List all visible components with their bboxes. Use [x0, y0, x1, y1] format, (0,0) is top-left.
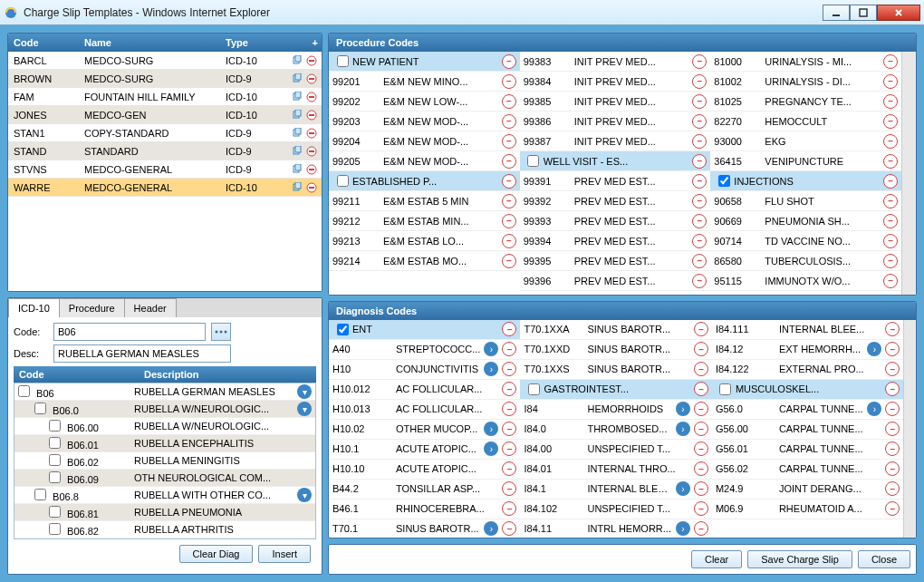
- remove-icon[interactable]: –: [502, 214, 516, 228]
- code-row[interactable]: 93000EKG–: [710, 131, 901, 151]
- code-row[interactable]: T70.1XXASINUS BAROTR...–: [520, 320, 711, 340]
- remove-icon[interactable]: –: [692, 194, 707, 209]
- remove-icon[interactable]: –: [502, 362, 516, 376]
- remove-icon[interactable]: –: [694, 501, 708, 516]
- tab-header[interactable]: Header: [124, 298, 177, 317]
- code-row[interactable]: 86580TUBERCULOSIS...–: [710, 251, 901, 271]
- remove-icon[interactable]: –: [694, 362, 708, 376]
- code-row[interactable]: 99387INIT PREV MED...–: [520, 131, 711, 151]
- tree-checkbox[interactable]: [18, 385, 30, 397]
- remove-icon[interactable]: –: [502, 174, 516, 189]
- code-row[interactable]: H10CONJUNCTIVITIS›–: [329, 360, 520, 380]
- code-row[interactable]: 99384INIT PREV MED...–: [520, 72, 711, 92]
- group-checkbox[interactable]: [337, 175, 349, 187]
- close-button[interactable]: Close: [858, 550, 910, 568]
- copy-icon[interactable]: [291, 145, 303, 158]
- remove-icon[interactable]: –: [694, 402, 708, 416]
- tree-checkbox[interactable]: [49, 454, 61, 466]
- code-row[interactable]: I84.102UNSPECIFIED T...–: [520, 500, 711, 519]
- group-checkbox[interactable]: [719, 383, 731, 395]
- code-row[interactable]: 99391PREV MED EST...–: [520, 171, 711, 191]
- chevron-down-icon[interactable]: ▾: [297, 402, 312, 416]
- tree-checkbox[interactable]: [49, 471, 61, 483]
- remove-icon[interactable]: –: [692, 254, 707, 268]
- remove-icon[interactable]: –: [883, 174, 898, 189]
- remove-icon[interactable]: –: [694, 422, 708, 436]
- template-row[interactable]: BARCLMEDCO-SURGICD-10: [8, 52, 322, 70]
- tab-procedure[interactable]: Procedure: [59, 298, 125, 317]
- remove-icon[interactable]: –: [692, 94, 707, 109]
- remove-icon[interactable]: –: [694, 382, 708, 396]
- code-row[interactable]: 81025PREGNANCY TE...–: [710, 92, 901, 112]
- tree-row[interactable]: B06.81RUBELLA PNEUMONIA: [14, 504, 315, 521]
- code-row[interactable]: I84.1INTERNAL BLEE...›–: [520, 480, 711, 500]
- delete-icon[interactable]: [305, 145, 318, 158]
- remove-icon[interactable]: –: [502, 254, 516, 268]
- code-row[interactable]: 99203E&M NEW MOD-...–: [329, 112, 520, 131]
- tree-row[interactable]: B06.09OTH NEUROLOGICAL COM...: [14, 470, 315, 487]
- remove-icon[interactable]: –: [502, 194, 516, 209]
- remove-icon[interactable]: –: [502, 134, 516, 149]
- code-row[interactable]: I84.111INTERNAL BLEE...–: [712, 320, 903, 340]
- remove-icon[interactable]: –: [885, 342, 900, 356]
- code-row[interactable]: H10.10ACUTE ATOPIC...–: [329, 460, 520, 480]
- code-row[interactable]: 90669PNEUMONIA SH...–: [710, 211, 901, 231]
- remove-icon[interactable]: –: [502, 402, 516, 416]
- tree-checkbox[interactable]: [49, 506, 61, 518]
- copy-icon[interactable]: [291, 127, 303, 140]
- copy-icon[interactable]: [291, 54, 303, 67]
- code-row[interactable]: I84HEMORRHOIDS›–: [520, 400, 711, 420]
- code-row[interactable]: I84.01INTERNAL THRO...–: [520, 460, 711, 480]
- expand-icon[interactable]: ›: [676, 402, 690, 416]
- remove-icon[interactable]: –: [692, 274, 707, 288]
- code-row[interactable]: 99383INIT PREV MED...–: [520, 52, 711, 72]
- template-row[interactable]: FAMFOUNTAIN HILL FAMILYICD-10: [8, 88, 322, 106]
- expand-icon[interactable]: ›: [484, 362, 498, 376]
- diagnosis-scrollbar[interactable]: [903, 320, 916, 538]
- expand-icon[interactable]: ›: [676, 481, 690, 496]
- code-row[interactable]: 99202E&M NEW LOW-...–: [329, 92, 520, 112]
- code-row[interactable]: G56.02CARPAL TUNNE...–: [712, 460, 903, 480]
- code-lookup-button[interactable]: [211, 323, 231, 341]
- close-window-button[interactable]: [877, 5, 920, 21]
- code-row[interactable]: M06.9RHEUMATOID A...–: [712, 500, 903, 519]
- tree-checkbox[interactable]: [49, 523, 61, 535]
- remove-icon[interactable]: –: [885, 362, 900, 376]
- code-row[interactable]: B46.1RHINOCEREBRA...–: [329, 500, 520, 519]
- expand-icon[interactable]: ›: [484, 521, 498, 536]
- code-row[interactable]: 82270HEMOCCULT–: [710, 112, 901, 131]
- remove-icon[interactable]: –: [883, 154, 898, 169]
- remove-icon[interactable]: –: [885, 461, 900, 476]
- remove-icon[interactable]: –: [502, 342, 516, 356]
- remove-icon[interactable]: –: [885, 441, 900, 456]
- remove-icon[interactable]: –: [885, 501, 900, 516]
- remove-icon[interactable]: –: [502, 114, 516, 129]
- remove-icon[interactable]: –: [883, 134, 898, 149]
- group-header-row[interactable]: ESTABLISHED P...–: [329, 171, 520, 191]
- code-row[interactable]: 99205E&M NEW MOD-...–: [329, 151, 520, 171]
- desc-input[interactable]: [53, 344, 231, 363]
- code-row[interactable]: G56.0CARPAL TUNNE...›–: [712, 400, 903, 420]
- tab-icd-10[interactable]: ICD-10: [8, 298, 60, 317]
- insert-button[interactable]: Insert: [258, 545, 311, 563]
- remove-icon[interactable]: –: [694, 461, 708, 476]
- remove-icon[interactable]: –: [692, 114, 707, 129]
- remove-icon[interactable]: –: [502, 54, 516, 69]
- remove-icon[interactable]: –: [692, 54, 707, 69]
- delete-icon[interactable]: [305, 127, 318, 140]
- remove-icon[interactable]: –: [694, 441, 708, 456]
- remove-icon[interactable]: –: [883, 94, 898, 109]
- expand-icon[interactable]: ›: [484, 342, 498, 356]
- remove-icon[interactable]: –: [885, 382, 900, 396]
- tree-row[interactable]: B06.82RUBELLA ARTHRITIS: [14, 521, 315, 538]
- remove-icon[interactable]: –: [692, 234, 707, 248]
- code-row[interactable]: G56.00CARPAL TUNNE...–: [712, 420, 903, 440]
- tree-checkbox[interactable]: [49, 420, 61, 432]
- copy-icon[interactable]: [291, 91, 303, 103]
- tree-checkbox[interactable]: [49, 437, 61, 449]
- code-row[interactable]: T70.1XXSSINUS BAROTR...–: [520, 360, 711, 380]
- tree-checkbox[interactable]: [34, 489, 46, 500]
- remove-icon[interactable]: –: [692, 134, 707, 149]
- code-row[interactable]: 95115IMMUNOTX W/O...–: [710, 271, 901, 291]
- code-row[interactable]: 99386INIT PREV MED...–: [520, 112, 711, 131]
